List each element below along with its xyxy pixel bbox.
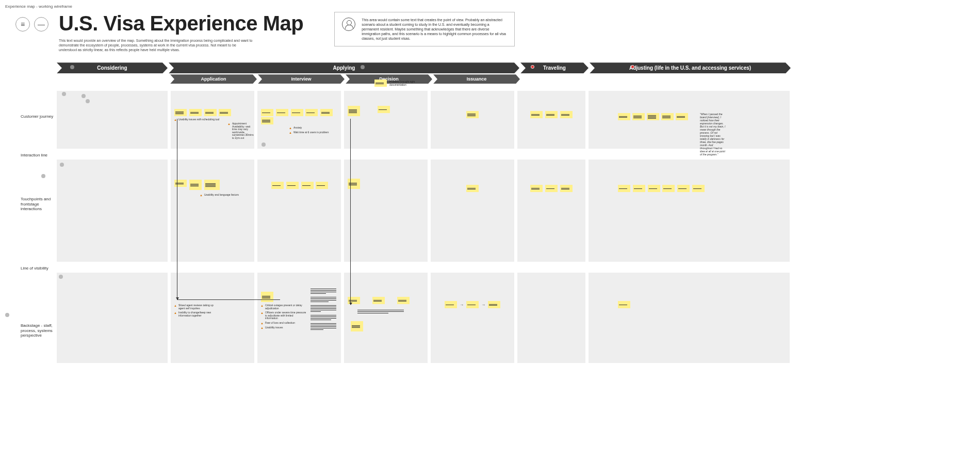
sticky-note[interactable]: [219, 109, 231, 116]
row-label-backstage: Backstage - staff, process, systems pers…: [21, 323, 54, 338]
sticky-note[interactable]: [316, 182, 328, 189]
page-title: U.S. Visa Experience Map: [59, 12, 303, 35]
sticky-note[interactable]: [305, 109, 318, 116]
subphase-interview: Interview: [258, 74, 345, 84]
cell-cj-application: Usability issues with scheduling tool Ap…: [171, 91, 254, 149]
sticky-note[interactable]: [378, 106, 390, 113]
sticky-note[interactable]: [204, 180, 220, 190]
sticky-note[interactable]: [189, 109, 202, 116]
sticky-note[interactable]: [286, 182, 299, 189]
cell-cj-decision: [344, 91, 428, 149]
sticky-note[interactable]: [291, 109, 303, 116]
cell-cj-issuance: [431, 91, 514, 149]
warning-icon: Usability and language factors: [200, 194, 251, 197]
warning-icon: Usability issues: [260, 326, 306, 329]
user-icon: [342, 18, 355, 31]
sticky-note[interactable]: [374, 80, 387, 87]
text-block: [357, 310, 424, 313]
sticky-note[interactable]: [560, 111, 573, 118]
row-label-customer: Customer journey: [21, 114, 54, 119]
sticky-note[interactable]: [466, 301, 479, 308]
sticky-note[interactable]: [261, 117, 273, 124]
cell-tp-interview: [257, 160, 341, 262]
sticky-note[interactable]: [174, 109, 187, 116]
cell-bs-considering: [57, 273, 168, 363]
sticky-note[interactable]: [632, 113, 645, 120]
sticky-note[interactable]: [445, 301, 457, 308]
sticky-note[interactable]: [677, 185, 690, 192]
sticky-note[interactable]: [618, 301, 630, 308]
row-label-touchpoints: Touchpoints and frontstage interactions: [21, 197, 54, 212]
sticky-note[interactable]: [466, 111, 479, 118]
cell-tp-decision: [344, 160, 428, 262]
warning-icon: Usability issues with scheduling tool: [174, 118, 251, 121]
cell-cj-adjusting: "When I passed the board [interview], I …: [589, 91, 790, 149]
sticky-note[interactable]: [618, 185, 630, 192]
warning-icon: Critical outages prevent or delay adjudi…: [260, 304, 306, 310]
sticky-note[interactable]: [648, 185, 660, 192]
sticky-note[interactable]: [662, 185, 675, 192]
sticky-note[interactable]: [301, 182, 314, 189]
warning-icon: Siloed agent reviews taking up agent sel…: [174, 304, 251, 310]
sticky-note[interactable]: [261, 109, 273, 116]
sticky-note[interactable]: [618, 113, 630, 120]
sticky-note[interactable]: [397, 297, 410, 304]
sticky-note[interactable]: [466, 185, 479, 192]
cell-tp-traveling: [517, 160, 585, 262]
cell-cj-traveling: [517, 91, 585, 149]
sticky-note[interactable]: [174, 180, 187, 187]
phase-traveling: Traveling: [520, 62, 589, 73]
cell-tp-considering: [57, 160, 168, 262]
warning-icon: Fear of loss and collection: [260, 322, 306, 325]
connector-line: [177, 299, 280, 300]
connector-arrow: [177, 119, 177, 299]
cell-bs-decision: [344, 273, 428, 363]
sticky-note[interactable]: [204, 109, 217, 116]
sticky-note[interactable]: [276, 109, 288, 116]
sticky-note[interactable]: [545, 111, 558, 118]
minus-icon[interactable]: —: [34, 17, 48, 31]
warning-icon: Officers under severe time pressure to a…: [260, 311, 306, 320]
sticky-note[interactable]: [271, 182, 284, 189]
cell-bs-issuance: → →: [431, 273, 514, 363]
phase-applying: Applying: [169, 62, 519, 73]
sticky-note[interactable]: [351, 321, 363, 331]
sticky-note[interactable]: [488, 301, 500, 308]
warning-icon: Appointment Availability: wait time may …: [227, 122, 254, 139]
warning-icon: Inability to change/keep new information…: [174, 311, 251, 317]
row-label-visibility: Line of visibility: [21, 266, 975, 271]
cell-bs-application: Siloed agent reviews taking up agent sel…: [171, 273, 254, 363]
cell-bs-adjusting: [589, 273, 790, 363]
quote-text: "When I passed the board [interview], I …: [700, 113, 726, 156]
cell-cj-considering: [57, 91, 168, 149]
sticky-note[interactable]: [692, 185, 705, 192]
breadcrumb: Experience map - working wireframe: [5, 4, 975, 9]
sticky-note[interactable]: [530, 111, 543, 118]
sticky-note[interactable]: [320, 109, 333, 116]
sticky-note[interactable]: [348, 179, 360, 189]
warning-icon: Wait time at 6 users is problem: [289, 131, 338, 134]
filter-icon[interactable]: ≡: [15, 17, 30, 31]
sticky-note[interactable]: [647, 113, 659, 120]
cell-tp-application: Usability and language factors: [171, 160, 254, 262]
sticky-note[interactable]: [661, 113, 674, 120]
note-text: Probably brought right documentation: [389, 80, 415, 86]
pov-text: This area would contain some text that c…: [362, 18, 507, 41]
sticky-note[interactable]: [372, 297, 385, 304]
sticky-note[interactable]: [676, 113, 688, 120]
cell-tp-issuance: [431, 160, 514, 262]
sticky-note[interactable]: [530, 185, 543, 192]
connector-arrow: [350, 119, 351, 305]
sticky-note[interactable]: [545, 185, 558, 192]
sticky-note[interactable]: [633, 185, 645, 192]
warning-icon: Anxiety: [289, 126, 338, 130]
sticky-note[interactable]: [261, 292, 273, 302]
sticky-note[interactable]: [189, 180, 202, 190]
cell-bs-interview: Critical outages prevent or delay adjudi…: [257, 273, 341, 363]
cell-tp-adjusting: [589, 160, 790, 262]
phase-adjusting: Adjusting (life in the U.S. and accessin…: [590, 62, 791, 73]
toolbar-circles: ≡ —: [15, 17, 48, 31]
sticky-note[interactable]: [348, 106, 360, 116]
subphase-application: Application: [170, 74, 257, 84]
sticky-note[interactable]: [560, 185, 573, 192]
